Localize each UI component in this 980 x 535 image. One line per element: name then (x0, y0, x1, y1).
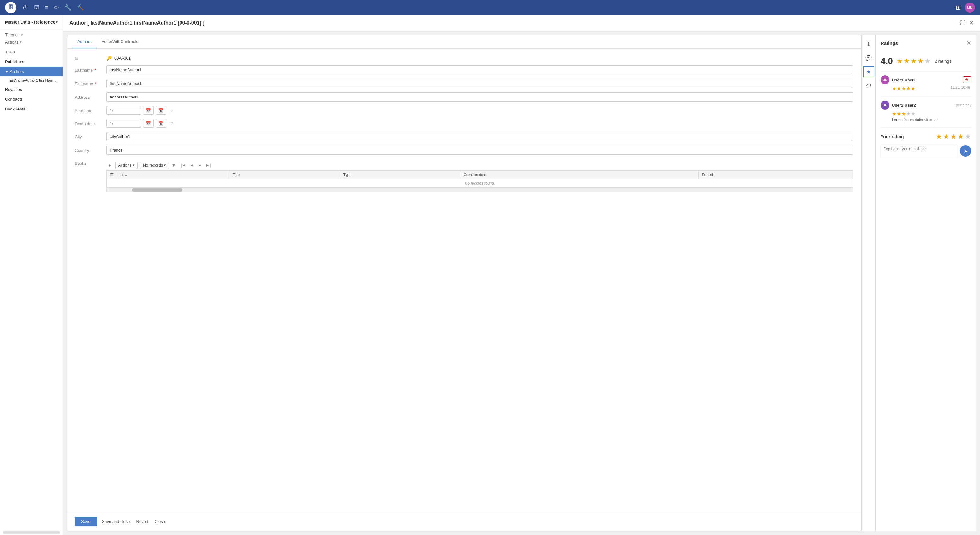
r1-star-3: ★ (901, 86, 906, 92)
info-icon-btn[interactable]: ℹ (863, 38, 874, 49)
tag-icon-btn[interactable]: 🏷 (863, 80, 874, 91)
nav-check-icon[interactable]: ☑ (34, 4, 39, 11)
star-2[interactable]: ★ (904, 57, 910, 65)
col-creation-date[interactable]: Creation date (460, 171, 698, 179)
deathdate-input[interactable]: / / (107, 119, 141, 127)
review-delete-btn-1[interactable]: 🗑 (963, 76, 971, 83)
star-3[interactable]: ★ (910, 57, 917, 65)
star-1[interactable]: ★ (897, 57, 903, 65)
nav-wrench-icon[interactable]: 🔧 (64, 4, 71, 11)
nav-tool-icon[interactable]: 🔨 (77, 4, 84, 11)
birthdate-input[interactable]: / / (107, 106, 141, 115)
content-header: Author [ lastNameAuthor1 firstNameAuthor… (63, 15, 980, 31)
review-user-1: UU User1 User1 (881, 75, 916, 84)
lastname-label: Lastname * (75, 65, 107, 73)
col-id[interactable]: Id ▲ (117, 171, 229, 179)
grid-icon[interactable]: ⊞ (956, 4, 961, 11)
tab-editor-contracts[interactable]: EditorWithContracts (97, 35, 143, 48)
scrollbar-thumb[interactable] (132, 188, 183, 192)
table-scrollbar[interactable] (107, 188, 853, 192)
col-title[interactable]: Title (229, 171, 340, 179)
save-button[interactable]: Save (75, 517, 97, 527)
review-avatar-1: UU (881, 75, 889, 84)
table-row-empty: No records found. (107, 179, 853, 188)
form-footer: Save Save and close Revert Close (67, 512, 861, 531)
birthdate-clear-btn[interactable]: ○ (168, 107, 176, 114)
col-publish[interactable]: Publish (698, 171, 853, 179)
rating-input-area: ➤ (881, 144, 971, 158)
books-actions-btn[interactable]: Actions ▾ (115, 162, 138, 169)
fullscreen-icon[interactable]: ⛶ (960, 19, 966, 27)
comment-icon-btn[interactable]: 💬 (863, 52, 874, 64)
nav-clock-icon[interactable]: ⏱ (23, 5, 29, 11)
sidebar: Master Data - Reference ▾ Tutorial ▾ Act… (0, 15, 63, 535)
your-rating-section: Your rating ★ ★ ★ ★ ★ (881, 127, 971, 158)
nav-icons: ⏱ ☑ ≡ ✏ 🔧 🔨 (23, 4, 84, 11)
rating-icon-btn[interactable]: ★ (863, 66, 874, 77)
sidebar-item-authors[interactable]: ▼ Authors (0, 67, 63, 76)
country-input[interactable] (107, 145, 853, 154)
app-logo[interactable]: 🗄 (5, 2, 16, 13)
sidebar-item-titles[interactable]: Titles (0, 47, 63, 57)
tab-authors[interactable]: Authors (72, 35, 97, 48)
books-filter-icon[interactable]: ▼ (171, 163, 176, 168)
sidebar-actions[interactable]: Actions ▾ (0, 38, 63, 47)
deathdate-label: Death date (75, 119, 107, 126)
review-header-1: UU User1 User1 🗑 (881, 75, 971, 84)
col-type[interactable]: Type (340, 171, 460, 179)
sidebar-dropdown-icon[interactable]: ▾ (56, 20, 58, 24)
page-prev-btn[interactable]: ◄ (189, 162, 196, 168)
sidebar-resize-handle[interactable] (3, 531, 60, 534)
ratings-panel-header: Ratings ✕ (875, 35, 976, 51)
page-next-btn[interactable]: ► (196, 162, 203, 168)
sidebar-subitem-author[interactable]: lastNameAuthor1 firstNameAuthor1 [0... (0, 76, 63, 84)
your-star-4[interactable]: ★ (958, 132, 964, 141)
deathdate-today-btn[interactable]: 📆 (156, 119, 166, 127)
revert-button[interactable]: Revert (135, 517, 150, 527)
sidebar-item-royalties[interactable]: Royalties (0, 84, 63, 94)
rating-send-btn[interactable]: ➤ (960, 145, 971, 156)
page-first-btn[interactable]: |◄ (180, 162, 187, 168)
star-5[interactable]: ★ (924, 57, 931, 65)
send-icon: ➤ (964, 148, 968, 154)
user-avatar[interactable]: UU (965, 3, 975, 13)
tutorial-arrow[interactable]: ▾ (21, 33, 23, 37)
no-records-cell: No records found. (107, 179, 853, 188)
nav-list-icon[interactable]: ≡ (45, 5, 48, 11)
books-section: + Actions ▾ No records ▾ ▼ (107, 160, 853, 192)
r1-star-5: ★ (911, 86, 915, 92)
birthdate-calendar-btn[interactable]: 📅 (143, 106, 154, 115)
lastname-input[interactable] (107, 65, 853, 75)
your-star-1[interactable]: ★ (936, 132, 942, 141)
page-last-btn[interactable]: ►| (204, 162, 212, 168)
your-star-5[interactable]: ★ (965, 132, 971, 141)
city-input[interactable] (107, 132, 853, 141)
top-nav-right: ⊞ UU (956, 3, 975, 13)
close-record-icon[interactable]: ✕ (969, 19, 974, 27)
books-no-records-btn[interactable]: No records ▾ (140, 162, 169, 169)
books-toolbar: + Actions ▾ No records ▾ ▼ (107, 160, 853, 170)
books-label: Books (75, 159, 107, 166)
your-star-2[interactable]: ★ (943, 132, 950, 141)
sidebar-header: Master Data - Reference ▾ (0, 15, 63, 29)
star-4[interactable]: ★ (918, 57, 924, 65)
rating-average: 4.0 (881, 56, 893, 66)
books-add-btn[interactable]: + (107, 162, 113, 169)
firstname-input[interactable] (107, 79, 853, 88)
sidebar-item-contracts[interactable]: Contracts (0, 94, 63, 104)
sidebar-item-bookrental[interactable]: BookRental (0, 104, 63, 114)
close-button[interactable]: Close (153, 517, 166, 527)
review-avatar-2: UU (881, 101, 889, 110)
ratings-close-btn[interactable]: ✕ (966, 40, 971, 46)
address-input[interactable] (107, 92, 853, 102)
save-close-button[interactable]: Save and close (101, 517, 131, 527)
birthdate-today-btn[interactable]: 📆 (156, 106, 166, 115)
deathdate-calendar-btn[interactable]: 📅 (143, 119, 154, 127)
r1-star-4: ★ (906, 86, 910, 92)
your-star-3[interactable]: ★ (950, 132, 957, 141)
col-menu: ☰ (107, 171, 117, 179)
nav-edit-icon[interactable]: ✏ (54, 4, 59, 11)
rating-explain-input[interactable] (881, 144, 957, 158)
sidebar-item-publishers[interactable]: Publishers (0, 57, 63, 67)
deathdate-clear-btn[interactable]: ○ (168, 119, 176, 127)
